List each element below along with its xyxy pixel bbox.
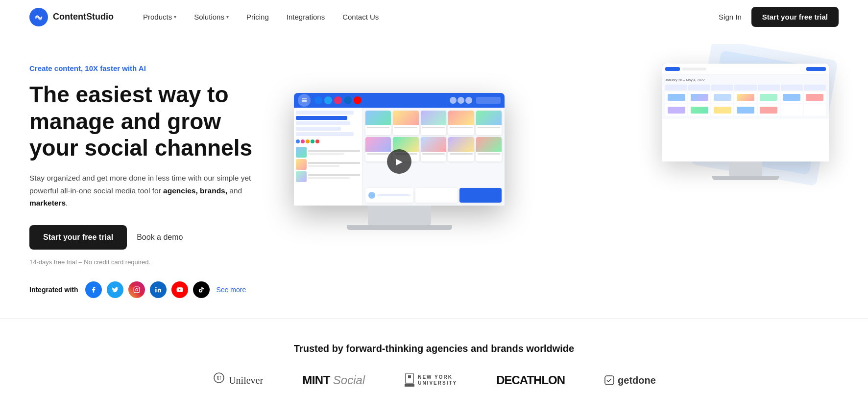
chevron-down-icon: ▾ bbox=[174, 14, 176, 20]
start-trial-hero-button[interactable]: Start your free trial bbox=[29, 225, 127, 250]
monitor-main: ▶ bbox=[294, 93, 505, 230]
brand-nyu: NEW YORK UNIVERSITY bbox=[404, 373, 457, 387]
linkedin-icon[interactable] bbox=[150, 281, 167, 298]
brands-title: Trusted by forward-thinking agencies and… bbox=[29, 343, 839, 354]
integrations-label: Integrated with bbox=[29, 286, 78, 294]
nav-right: Sign In Start your free trial bbox=[719, 7, 839, 27]
instagram-icon[interactable] bbox=[128, 281, 145, 298]
hero-description: Stay organized and get more done in less… bbox=[29, 172, 255, 209]
play-button[interactable]: ▶ bbox=[387, 149, 411, 174]
nav-links: Products ▾ Solutions ▾ Pricing Integrati… bbox=[143, 13, 719, 21]
facebook-icon[interactable] bbox=[85, 281, 102, 298]
brands-logos-row: U Unilever MINTSocial NEW YORK UNIVERSIT… bbox=[29, 372, 839, 389]
youtube-icon[interactable] bbox=[171, 281, 188, 298]
chevron-down-icon: ▾ bbox=[226, 14, 229, 20]
start-trial-nav-button[interactable]: Start your free trial bbox=[751, 7, 839, 27]
logo-link[interactable]: ContentStudio bbox=[29, 8, 114, 26]
nav-pricing[interactable]: Pricing bbox=[246, 13, 269, 21]
hero-buttons: Start your free trial Book a demo bbox=[29, 225, 274, 250]
book-demo-link[interactable]: Book a demo bbox=[137, 233, 183, 242]
logo-icon bbox=[29, 8, 48, 26]
svg-point-3 bbox=[155, 287, 156, 288]
svg-rect-11 bbox=[405, 384, 414, 387]
brand-decathlon: DECATHLON bbox=[496, 373, 565, 387]
see-more-link[interactable]: See more bbox=[217, 286, 246, 294]
navbar: ContentStudio Products ▾ Solutions ▾ Pri… bbox=[0, 0, 868, 34]
svg-rect-2 bbox=[155, 289, 156, 292]
nav-contact[interactable]: Contact Us bbox=[342, 13, 379, 21]
nav-solutions[interactable]: Solutions ▾ bbox=[194, 13, 229, 21]
brand-getdone: getdone bbox=[604, 375, 656, 386]
monitor-secondary: January 28 – May 4, 2022 bbox=[662, 64, 829, 180]
hero-section: Create content, 10X faster with AI The e… bbox=[0, 34, 868, 318]
hero-visual: January 28 – May 4, 2022 bbox=[274, 64, 839, 299]
trial-note: 14-days free trial – No credit card requ… bbox=[29, 258, 274, 266]
hero-title: The easiest way to manage and grow your … bbox=[29, 81, 274, 161]
integrations-row: Integrated with See more bbox=[29, 281, 274, 298]
nav-integrations[interactable]: Integrations bbox=[287, 13, 325, 21]
signin-link[interactable]: Sign In bbox=[719, 13, 742, 21]
nav-products[interactable]: Products ▾ bbox=[143, 13, 176, 21]
twitter-icon[interactable] bbox=[107, 281, 123, 298]
svg-text:U: U bbox=[217, 375, 221, 382]
hero-left: Create content, 10X faster with AI The e… bbox=[29, 64, 274, 298]
logo-text: ContentStudio bbox=[53, 12, 114, 22]
brand-unilever: U Unilever bbox=[212, 372, 263, 389]
svg-rect-10 bbox=[408, 375, 411, 378]
tiktok-icon[interactable] bbox=[193, 281, 210, 298]
hero-tagline: Create content, 10X faster with AI bbox=[29, 64, 274, 72]
svg-rect-0 bbox=[134, 287, 140, 293]
brand-mint-social: MINTSocial bbox=[302, 373, 365, 387]
brands-section: Trusted by forward-thinking agencies and… bbox=[0, 318, 868, 408]
